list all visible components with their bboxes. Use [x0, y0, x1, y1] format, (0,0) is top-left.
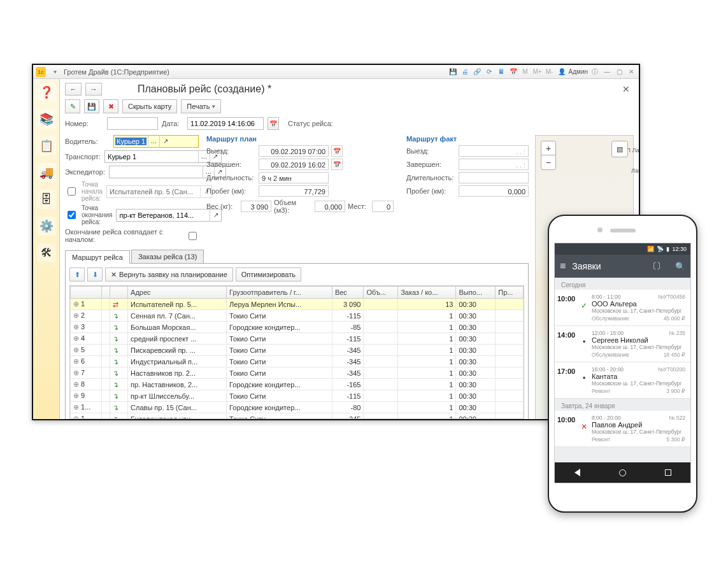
- write-button[interactable]: ✎: [65, 99, 80, 113]
- info-icon[interactable]: ⓘ: [590, 67, 600, 77]
- zoom-out-icon[interactable]: −: [541, 155, 555, 169]
- start-point-checkbox[interactable]: [68, 187, 76, 196]
- date-picker-icon[interactable]: 📅: [268, 117, 279, 130]
- page-close-icon[interactable]: ✕: [618, 84, 634, 94]
- end-matches-start-checkbox[interactable]: [189, 232, 197, 240]
- nav-back-icon[interactable]: [575, 469, 580, 476]
- tab-orders[interactable]: Заказы рейса (13): [131, 250, 204, 263]
- table-row[interactable]: ⊕ 1...↴Славы пр. 15 (Сан...Городские кон…: [71, 402, 524, 413]
- col-header[interactable]: Вес: [332, 287, 364, 299]
- move-down-button[interactable]: ⬇: [87, 267, 103, 281]
- table-row[interactable]: ⊕ 8↴пр. Наставников, 2...Городские конди…: [71, 379, 524, 390]
- fact-finish[interactable]: . . :: [459, 159, 529, 170]
- sidebar: ❓ 📚 📋 🚚 🗄 ⚙️ 🛠: [33, 79, 60, 419]
- nav-back-button[interactable]: ←: [65, 83, 82, 96]
- request-card[interactable]: 17:00•16:00 - 20:00№УТ00200КантатаМосков…: [555, 362, 690, 399]
- print-icon[interactable]: 🖨: [460, 67, 470, 77]
- end-point-label: Точка окончания рейса:: [82, 204, 112, 225]
- table-row[interactable]: ⊕ 1...↴Будапештская ули...Токио Сити-345…: [71, 413, 524, 420]
- scan-icon[interactable]: 〔〕: [648, 260, 665, 272]
- plan-mileage[interactable]: 77,729: [259, 185, 329, 197]
- save-button[interactable]: 💾: [84, 99, 99, 113]
- calendar-icon[interactable]: 📅: [331, 145, 343, 157]
- m-button[interactable]: M: [520, 67, 531, 77]
- plan-depart[interactable]: 09.02.2019 07:00: [259, 145, 329, 157]
- plan-weight[interactable]: 3 090: [241, 201, 271, 212]
- map-layers-icon[interactable]: ▧: [611, 141, 628, 157]
- driver-picker-icon[interactable]: …: [148, 135, 159, 148]
- driver-select[interactable]: Курьер 1 … ↗: [113, 135, 199, 148]
- col-header[interactable]: Грузоотправитель / г...: [227, 287, 332, 299]
- driver-open-icon[interactable]: ↗: [159, 135, 171, 148]
- delete-button[interactable]: ✖: [103, 99, 118, 113]
- table-row[interactable]: ⊕ 9↴пр-кт Шлиссельбу...Токио Сити-115100…: [71, 390, 524, 402]
- map-zoom-control[interactable]: + −: [541, 141, 556, 170]
- col-header[interactable]: [102, 287, 110, 299]
- calendar-icon[interactable]: 📅: [508, 67, 518, 77]
- hamburger-icon[interactable]: ≡: [560, 260, 566, 272]
- calendar-icon[interactable]: 📅: [331, 159, 343, 170]
- table-row[interactable]: ⊕ 1⇄Испытателей пр. 5...Леруа Мерлен Исп…: [71, 299, 524, 310]
- transport-select[interactable]: … ↗: [104, 150, 222, 163]
- table-row[interactable]: ⊕ 2↴Сенная пл. 7 (Сан...Токио Сити-11510…: [71, 310, 524, 322]
- sidebar-tasks-icon[interactable]: 📋: [37, 136, 56, 155]
- sidebar-tools-icon[interactable]: 🛠: [37, 243, 56, 262]
- end-point-checkbox[interactable]: [68, 211, 76, 219]
- number-input[interactable]: [107, 117, 158, 130]
- sidebar-settings-icon[interactable]: ⚙️: [37, 217, 56, 236]
- move-up-button[interactable]: ⬆: [69, 267, 85, 281]
- zoom-in-icon[interactable]: +: [541, 141, 555, 155]
- sidebar-db-icon[interactable]: 🗄: [37, 190, 56, 209]
- status-mark-icon: •: [580, 330, 588, 358]
- fact-mileage[interactable]: 0,000: [459, 185, 529, 197]
- nav-forward-button[interactable]: →: [85, 83, 102, 96]
- minimize-icon[interactable]: —: [602, 67, 612, 77]
- maximize-icon[interactable]: ▢: [614, 67, 624, 77]
- phone-list[interactable]: Сегодня 10:00✓8:00 - 11:00№УТ00456ООО Ал…: [555, 278, 690, 483]
- dropdown-icon[interactable]: ▾: [50, 67, 60, 77]
- hide-map-button[interactable]: Скрыть карту: [122, 99, 177, 113]
- return-request-button[interactable]: ✕Вернуть заявку на планирование: [105, 267, 233, 281]
- close-icon[interactable]: ✕: [626, 67, 636, 77]
- plan-volume[interactable]: 0,000: [315, 201, 345, 212]
- calc-icon[interactable]: 🖩: [496, 67, 506, 77]
- save-icon[interactable]: 💾: [448, 67, 458, 77]
- route-table[interactable]: АдресГрузоотправитель / г...ВесОбъ...Зак…: [69, 285, 524, 419]
- col-header[interactable]: Пр...: [496, 287, 524, 299]
- phone-screen: 📶 📡 ▮ 12:30 ≡ Заявки 〔〕 🔍 Сегодня 10:00✓…: [554, 243, 691, 483]
- sidebar-truck-icon[interactable]: 🚚: [37, 163, 56, 182]
- plan-finish[interactable]: 09.02.2019 16:02: [259, 159, 329, 170]
- sidebar-help-icon[interactable]: ❓: [37, 83, 56, 102]
- request-card[interactable]: 10:00✕8:00 - 20:00№ 522Павлов АндрейМоск…: [555, 411, 690, 447]
- col-header[interactable]: [110, 287, 128, 299]
- search-icon[interactable]: 🔍: [675, 262, 685, 271]
- m-plus-button[interactable]: M+: [532, 67, 543, 77]
- col-header[interactable]: Адрес: [128, 287, 227, 299]
- fact-depart[interactable]: . . :: [459, 145, 529, 157]
- date-input[interactable]: [187, 117, 264, 130]
- optimize-button[interactable]: Оптимизировать: [236, 267, 301, 281]
- col-header[interactable]: [71, 287, 102, 299]
- table-row[interactable]: ⊕ 7↴Наставников пр. 2...Токио Сити-34510…: [71, 367, 524, 379]
- tab-route[interactable]: Маршрут рейса: [65, 250, 130, 264]
- table-row[interactable]: ⊕ 5↴Пискаревский пр. ...Токио Сити-34510…: [71, 345, 524, 356]
- nav-home-icon[interactable]: [619, 469, 626, 476]
- m-minus-button[interactable]: M-: [545, 67, 555, 77]
- request-card[interactable]: 10:00✓8:00 - 11:00№УТ00456ООО АльтераМос…: [555, 290, 690, 326]
- user-icon[interactable]: 👤: [557, 67, 567, 77]
- table-row[interactable]: ⊕ 6↴Индустриальный п...Токио Сити-345100…: [71, 356, 524, 367]
- admin-label: Админ: [569, 68, 589, 75]
- link-icon[interactable]: 🔗: [472, 67, 482, 77]
- refresh-icon[interactable]: ⟳: [484, 67, 494, 77]
- nav-recent-icon[interactable]: [665, 469, 671, 476]
- plan-seats[interactable]: 0: [372, 201, 394, 212]
- col-header[interactable]: Объ...: [364, 287, 398, 299]
- request-card[interactable]: 14:00•12:00 - 15:00№ 235Сергеев НиколайМ…: [555, 326, 690, 362]
- sidebar-books-icon[interactable]: 📚: [37, 110, 56, 129]
- table-row[interactable]: ⊕ 3↴Большая Морская...Городские кондитер…: [71, 322, 524, 333]
- col-header[interactable]: Заказ / ко...: [398, 287, 456, 299]
- driver-label: Водитель:: [65, 138, 110, 145]
- print-button[interactable]: Печать▾: [181, 99, 221, 113]
- table-row[interactable]: ⊕ 4↴средний проспект ...Токио Сити-11510…: [71, 333, 524, 345]
- col-header[interactable]: Выпо...: [456, 287, 496, 299]
